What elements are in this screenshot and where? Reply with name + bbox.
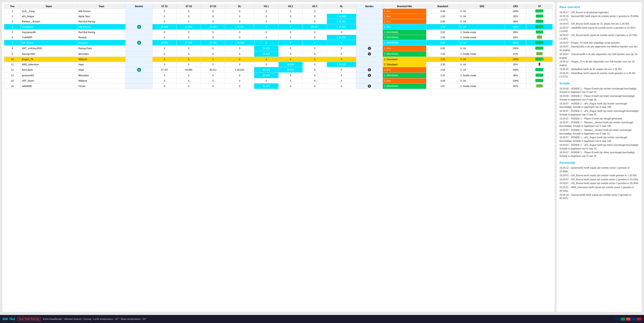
col-hs1: 28.723 — [254, 67, 278, 73]
col-naam: aPx_Rogue — [20, 14, 77, 19]
col-bl: 1.35.351 — [225, 24, 254, 30]
col-st_s3: 0 — [201, 14, 225, 19]
col-banden — [126, 62, 152, 67]
col-brandstof: 1.93 — [426, 51, 459, 57]
log-line: 19:26:12 :: Kingen_79 is de pits uitgere… — [560, 60, 639, 67]
col-brandstof: 0.65 — [426, 19, 459, 24]
col-banden — [126, 46, 152, 51]
col-st_s2: 0 — [177, 57, 201, 62]
col-bl: 1.40.622 — [225, 67, 254, 73]
col-hs1: 0 — [254, 40, 278, 46]
col-hl: HL — [327, 4, 356, 9]
col-tp — [526, 30, 552, 35]
right-panel: Race overzicht 19:29:17 :: GR_Bruma is d… — [557, 2, 642, 312]
col-hs2: 45.234 — [278, 67, 302, 73]
col-brandstof: 2.37 — [426, 73, 459, 78]
col-brandstof-mix: Brandstof Mix — [383, 4, 426, 9]
col-ers2: 82% — [505, 84, 526, 89]
col-brandstof: 4.69 — [426, 78, 459, 84]
col-banden2 — [356, 30, 383, 35]
col-naam: nikki9095 — [20, 84, 77, 89]
col-brandstof: 2.30 — [426, 62, 459, 67]
col-team: Red Bull Racing — [77, 19, 126, 24]
col-hl: 0 — [327, 73, 356, 78]
col-ers1: 0. Uit — [459, 19, 505, 24]
col-naam: TruthNRP — [20, 35, 77, 40]
col-brandstof: Brandstof — [426, 4, 459, 9]
col-hs2: HS 2 — [278, 4, 302, 9]
persoonlijk-title: Persoonlijk — [560, 160, 639, 165]
col-team: Alpha Tauri — [77, 14, 126, 19]
col-hl: 0 — [327, 51, 356, 57]
col-banden2 — [356, 19, 383, 24]
col-st_s3: 23.756 — [201, 40, 225, 46]
log-line: 19:26:21 :: AMS_Indecisive heeft zojuist… — [560, 186, 639, 193]
race-table: Pos Naam Team Banden ST S1 ST S2 ST S3 B… — [4, 4, 553, 89]
col-st_s3: 30.211 — [201, 67, 225, 73]
col-pos: 2 — [4, 14, 21, 19]
col-hs1: 25.989 — [254, 73, 278, 78]
col-hs3: 0 — [302, 62, 327, 67]
col-brandstof-mix: 4. MAXIMAAL — [383, 30, 426, 35]
col-hs3: 28.153 — [302, 24, 327, 30]
col-ers2: 100% — [505, 67, 526, 73]
col-hs2: 0 — [278, 35, 302, 40]
col-st_s1: 0 — [152, 46, 177, 51]
col-pos: 8 — [4, 46, 21, 51]
log-line: 19:29:07 :: GR_Bruma heeft zojuist zijn … — [560, 182, 639, 185]
col-tp — [526, 67, 552, 73]
col-st_s1: 0 — [152, 57, 177, 62]
col-pos: 9 — [4, 51, 21, 57]
col-bl: 0 — [225, 84, 254, 89]
col-brandstof-mix: 4. MAXIMAAL — [383, 40, 426, 46]
col-st_s3: 0 — [201, 62, 225, 67]
col-banden2 — [356, 40, 383, 46]
col-st_s1: 0 — [152, 73, 177, 78]
col-hs3: 0 — [302, 40, 327, 46]
col-hs1: 25.852 — [254, 46, 278, 51]
table-section: Pos Naam Team Banden ST S1 ST S2 ST S3 B… — [2, 2, 554, 312]
table-row: 4ASaltyBearAlfa RomeoS25.94641.25228.153… — [4, 24, 553, 30]
col-brandstof: 1.00 — [426, 14, 459, 19]
col-st_s3: 0 — [201, 51, 225, 57]
col-st_s2: 0 — [177, 14, 201, 19]
col-brandstof: 0.88 — [426, 40, 459, 46]
col-banden: S — [126, 40, 152, 46]
col-banden — [126, 84, 152, 89]
col-banden2 — [356, 24, 383, 30]
col-hs3: 0 — [302, 51, 327, 57]
col-hs2: 0 — [278, 57, 302, 62]
col-naam: GuS__Fring — [20, 9, 77, 14]
col-naam: URT_mcfcboy2020 — [20, 46, 77, 51]
col-hs2: 0 — [278, 46, 302, 51]
col-naam: ASaltyBear — [20, 24, 77, 30]
log-line: 19:29:07 :: RONDE 1 :: Rantaro__Amami he… — [560, 128, 639, 136]
col-naam: VRT_Storm — [20, 78, 77, 84]
col-hs3: 0 — [302, 14, 327, 19]
col-banden2 — [356, 35, 383, 40]
col-team: Mercedes — [77, 51, 126, 57]
log-line: 19:29:12 :: jamiemet92 heeft zojuist zij… — [560, 166, 639, 173]
table-row: 5Gazzaman96Red Bull Racing000000004. MAX… — [4, 30, 553, 35]
col-st_s1: 0 — [152, 78, 177, 84]
schade-title: Schade — [560, 81, 639, 86]
col-bl: 0 — [225, 46, 254, 51]
col-st_s2: 0 — [177, 51, 201, 57]
col-hs2: 0 — [278, 24, 302, 30]
col-hs3: 0 — [302, 57, 327, 62]
col-tp — [526, 78, 552, 84]
col-team: Alfa Romeo — [77, 24, 126, 30]
col-hs3: 0 — [302, 35, 327, 40]
col-st_s1: 0 — [152, 19, 177, 24]
log-line: 19:26:01 :: ASaltyBear heeft de 3e. plaa… — [560, 68, 639, 71]
col-st_s3: 0 — [201, 73, 225, 78]
table-row: 10Kingen_79Williams000000002. Standaard2… — [4, 57, 553, 62]
col-hs1: 0 — [254, 78, 278, 84]
col-brandstof: 0.49 — [426, 9, 459, 14]
race-overzicht-title: Race overzicht — [560, 5, 639, 10]
table-row: 13jamiemet92Mercedes000025.989000S4. MAX… — [4, 73, 553, 78]
col-hs2: 0 — [278, 19, 302, 24]
col-tp — [526, 62, 552, 67]
col-team: Team — [77, 4, 126, 9]
col-tp — [526, 35, 552, 40]
